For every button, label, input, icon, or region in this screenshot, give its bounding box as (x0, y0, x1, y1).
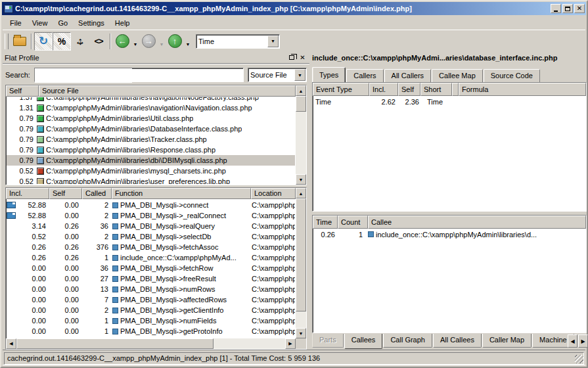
incl-value: 52.88 (28, 212, 46, 219)
tab-call-graph[interactable]: Call Graph (383, 334, 432, 348)
function-row[interactable]: 52.880.002PMA_DBI_Mysqli->connectC:\xamp… (7, 200, 295, 210)
expand-areas-button[interactable]: ↔↕ (71, 32, 89, 51)
percent-toggle-button[interactable]: % (53, 32, 71, 51)
tab-callees[interactable]: Callees (344, 334, 383, 349)
column-header-self[interactable]: Self (398, 83, 420, 96)
incl-cost-cell: 0.00 (7, 317, 50, 325)
function-list-vscrollbar[interactable] (296, 188, 306, 338)
function-cell: PMA_DBI_Mysqli->fetchRow (112, 264, 252, 272)
column-header-function[interactable]: Function (112, 188, 251, 199)
function-row[interactable]: 0.000.0013PMA_DBI_Mysqli->numRowsC:\xamp… (7, 284, 295, 294)
callee-row[interactable]: 0.26 1 include_once::C:\xampp\phpMyAdmin… (313, 229, 586, 240)
function-row[interactable]: 0.000.0027PMA_DBI_Mysqli->freeResultC:\x… (7, 273, 295, 284)
scrollbar-thumb[interactable] (296, 198, 306, 311)
menu-go[interactable]: Go (53, 18, 73, 28)
open-file-button[interactable] (11, 32, 29, 51)
column-header-formula[interactable]: Formula (459, 83, 586, 96)
function-row[interactable]: 0.260.26376PMA_DBI_Mysqli->fetchAssocC:\… (7, 242, 295, 252)
source-file-row[interactable]: 0.79C:\xampp\phpMyAdmin\libraries\Util.c… (7, 113, 295, 124)
forward-icon: → (142, 34, 156, 48)
back-dropdown-arrow[interactable]: ▼ (132, 42, 139, 47)
source-file-row[interactable]: 1.31C:\xampp\phpMyAdmin\libraries\naviga… (7, 103, 295, 113)
function-row[interactable]: 0.000.001PMA_DBI_Mysqli->getProtoInfoC:\… (7, 326, 295, 336)
toolbar-handle[interactable] (5, 34, 9, 49)
maximize-button[interactable] (562, 4, 573, 13)
column-header-time[interactable]: Time (313, 216, 338, 229)
menu-settings[interactable]: Settings (73, 18, 110, 28)
source-file-row[interactable]: 0.52C:\xampp\phpMyAdmin\libraries\user_p… (7, 176, 295, 184)
location-cell: C:\xampp\phpMy... (252, 233, 295, 241)
function-row[interactable]: 0.520.002PMA_DBI_Mysqli->selectDbC:\xamp… (7, 231, 295, 242)
group-by-combobox[interactable]: Source File (248, 68, 307, 82)
column-header-source-file[interactable]: Source File (39, 85, 296, 97)
function-row[interactable]: 0.000.0036PMA_DBI_Mysqli->fetchRowC:\xam… (7, 263, 295, 273)
column-header-event-type[interactable]: Event Type (313, 83, 369, 96)
reload-button[interactable]: ↻ (34, 32, 53, 51)
tab-all-callers[interactable]: All Callers (384, 69, 432, 82)
column-header-called[interactable]: Called (82, 188, 112, 199)
float-dock-button[interactable] (286, 53, 296, 62)
up-button[interactable]: ↑ (166, 32, 184, 51)
menu-help[interactable]: Help (110, 18, 135, 28)
scroll-up-icon[interactable] (296, 188, 306, 198)
source-file-row[interactable]: 0.79C:\xampp\phpMyAdmin\libraries\Tracke… (7, 134, 295, 145)
function-list-hscrollbar[interactable] (6, 338, 296, 349)
source-file-row[interactable]: 0.79C:\xampp\phpMyAdmin\libraries\Respon… (7, 145, 295, 155)
column-header-location[interactable]: Location (251, 188, 296, 199)
source-file-row[interactable]: 0.79C:\xampp\phpMyAdmin\libraries\Databa… (7, 124, 295, 134)
chevron-down-icon[interactable] (294, 69, 305, 81)
tab-callee-map[interactable]: Callee Map (432, 69, 483, 82)
tab-source-code[interactable]: Source Code (484, 69, 540, 82)
function-row[interactable]: 0.260.261include_once::C:\xampp\phpMyAd.… (7, 252, 295, 263)
menu-view[interactable]: View (27, 18, 53, 28)
tab-callers[interactable]: Callers (346, 69, 383, 82)
column-header-self[interactable]: Self (49, 188, 82, 199)
close-icon: ✕ (300, 54, 305, 61)
scroll-right-icon[interactable] (285, 338, 296, 349)
tab-scroll-left-icon[interactable] (568, 334, 577, 348)
function-row[interactable]: 52.880.002PMA_DBI_Mysqli->_realConnectC:… (7, 210, 295, 221)
up-icon: ↑ (168, 34, 182, 48)
close-button[interactable]: ✕ (574, 4, 585, 13)
minimize-button[interactable] (551, 4, 561, 13)
scroll-left-icon[interactable] (6, 338, 16, 349)
scrollbar-thumb[interactable] (16, 338, 214, 349)
menu-file[interactable]: File (5, 18, 27, 28)
function-row[interactable]: 3.140.2636PMA_DBI_Mysqli->realQueryC:\xa… (7, 221, 295, 231)
column-header-short[interactable]: Short (420, 83, 452, 96)
search-input[interactable] (35, 68, 132, 83)
column-header-callee[interactable]: Callee (368, 216, 586, 229)
chevron-down-icon[interactable] (267, 35, 279, 47)
column-header-incl[interactable]: Incl. (369, 83, 398, 96)
forward-dropdown-arrow[interactable]: ▼ (158, 42, 165, 47)
column-header-incl[interactable]: Incl. (6, 188, 49, 199)
back-button[interactable]: ← (113, 32, 131, 51)
tab-scroll-right-icon[interactable] (578, 334, 588, 348)
source-file-row[interactable]: 0.79C:\xampp\phpMyAdmin\libraries\dbi\DB… (7, 155, 295, 166)
scroll-up-icon[interactable] (296, 85, 306, 96)
percent-icon: % (58, 36, 66, 47)
up-dropdown-arrow[interactable]: ▼ (185, 42, 191, 47)
event-type-combobox[interactable]: Time (196, 34, 280, 49)
function-cell: PMA_DBI_Mysqli->selectDb (112, 233, 252, 241)
function-row[interactable]: 0.000.002PMA_DBI_Mysqli->getClientInfoC:… (7, 305, 295, 315)
tab-all-callees[interactable]: All Callees (433, 334, 482, 348)
scrollbar-thumb[interactable] (296, 96, 306, 112)
source-file-row[interactable]: 1.37C:\xampp\phpMyAdmin\libraries\naviga… (7, 97, 295, 103)
tab-caller-map[interactable]: Caller Map (482, 334, 531, 348)
function-row[interactable]: 0.000.001PMA_DBI_Mysqli->numFieldsC:\xam… (7, 315, 295, 326)
column-header-count[interactable]: Count (338, 216, 368, 229)
types-row-time[interactable]: Time 2.62 2.36 Time (313, 96, 586, 107)
source-file-row[interactable]: 0.52C:\xampp\phpMyAdmin\libraries\mysql_… (7, 166, 295, 176)
column-header-self[interactable]: Self (6, 85, 39, 97)
resize-grip[interactable] (575, 355, 583, 363)
tab-types[interactable]: Types (312, 67, 346, 82)
scroll-down-icon[interactable] (296, 328, 306, 338)
close-dock-button[interactable]: ✕ (298, 53, 307, 62)
forward-button[interactable]: → (139, 32, 158, 51)
file-list-vscrollbar[interactable] (296, 85, 306, 185)
function-row[interactable]: 0.000.007PMA_DBI_Mysqli->affectedRowsC:\… (7, 294, 295, 305)
called-count-cell: 36 (83, 222, 112, 230)
scroll-down-icon[interactable] (296, 174, 306, 185)
relative-cost-button[interactable]: <> (89, 32, 108, 51)
